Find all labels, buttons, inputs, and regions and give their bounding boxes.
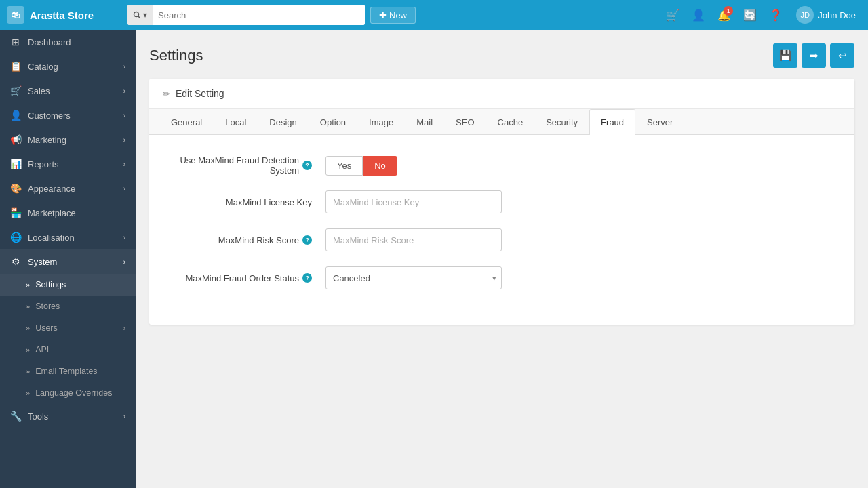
brand-name: Arastta Store bbox=[30, 9, 94, 21]
sidebar-label-reports: Reports bbox=[28, 159, 59, 169]
sidebar-sub-label-email-templates: Email Templates bbox=[35, 367, 97, 376]
customers-chevron: › bbox=[123, 112, 125, 119]
appearance-chevron: › bbox=[123, 185, 125, 192]
cart-icon-button[interactable]: 🛒 bbox=[662, 4, 684, 26]
license-key-input[interactable] bbox=[326, 190, 502, 214]
brand: 🛍 Arastta Store bbox=[7, 6, 122, 24]
tab-server[interactable]: Server bbox=[635, 109, 684, 135]
header-actions: 💾 ➡ ↩ bbox=[773, 43, 854, 68]
catalog-chevron: › bbox=[123, 63, 125, 70]
sidebar-sub-item-users[interactable]: » Users › bbox=[0, 317, 136, 339]
sidebar-sub-label-users: Users bbox=[35, 323, 58, 333]
tools-icon: 🔧 bbox=[10, 411, 21, 422]
search-area: ▾ bbox=[127, 5, 365, 25]
use-maxmind-control: Yes No bbox=[326, 156, 827, 176]
tab-fraud[interactable]: Fraud bbox=[589, 109, 635, 135]
sidebar-item-catalog[interactable]: 📋 Catalog › bbox=[0, 54, 136, 79]
sidebar-item-customers[interactable]: 👤 Customers › bbox=[0, 103, 136, 127]
sidebar-sub-item-stores[interactable]: » Stores bbox=[0, 296, 136, 317]
marketing-icon: 📢 bbox=[10, 134, 21, 145]
sidebar-sub-label-settings: Settings bbox=[35, 280, 66, 289]
card-header: ✏ Edit Setting bbox=[149, 79, 854, 109]
yes-no-toggle: Yes No bbox=[326, 156, 827, 176]
sidebar-sub-item-api[interactable]: » API bbox=[0, 339, 136, 361]
reports-chevron: › bbox=[123, 161, 125, 168]
svg-point-0 bbox=[134, 12, 139, 17]
system-icon: ⚙ bbox=[10, 256, 21, 267]
license-key-control bbox=[326, 190, 827, 214]
refresh-button[interactable]: 🔄 bbox=[739, 4, 761, 26]
risk-score-label: MaxMind Risk Score ? bbox=[176, 235, 312, 245]
tab-security[interactable]: Security bbox=[534, 109, 589, 135]
fraud-order-status-label: MaxMind Fraud Order Status ? bbox=[176, 273, 312, 283]
forward-button[interactable]: ➡ bbox=[802, 43, 826, 68]
localisation-chevron: › bbox=[123, 234, 125, 241]
tools-chevron: › bbox=[123, 413, 125, 420]
no-button[interactable]: No bbox=[363, 156, 397, 176]
sidebar-sub-item-language-overrides[interactable]: » Language Overrides bbox=[0, 382, 136, 404]
sidebar-item-appearance[interactable]: 🎨 Appearance › bbox=[0, 176, 136, 201]
sidebar-item-sales[interactable]: 🛒 Sales › bbox=[0, 79, 136, 103]
sidebar-label-dashboard: Dashboard bbox=[28, 37, 71, 47]
tab-seo[interactable]: SEO bbox=[444, 109, 486, 135]
sidebar-label-marketing: Marketing bbox=[28, 135, 66, 145]
tab-design[interactable]: Design bbox=[258, 109, 308, 135]
sidebar-label-appearance: Appearance bbox=[28, 184, 75, 194]
save-button[interactable]: 💾 bbox=[773, 43, 797, 68]
tab-local[interactable]: Local bbox=[214, 109, 258, 135]
sidebar-item-marketing[interactable]: 📢 Marketing › bbox=[0, 127, 136, 152]
tab-option[interactable]: Option bbox=[309, 109, 357, 135]
tab-bar: General Local Design Option Image Mail S… bbox=[149, 109, 854, 135]
risk-score-row: MaxMind Risk Score ? bbox=[176, 228, 827, 251]
tab-cache[interactable]: Cache bbox=[486, 109, 535, 135]
yes-button[interactable]: Yes bbox=[326, 156, 363, 176]
notification-badge: 1 bbox=[724, 6, 733, 16]
fraud-order-status-help-icon[interactable]: ? bbox=[302, 273, 312, 283]
license-key-row: MaxMind License Key bbox=[176, 190, 827, 214]
sidebar-sub-item-settings[interactable]: » Settings bbox=[0, 274, 136, 296]
sidebar-label-system: System bbox=[28, 257, 57, 267]
use-maxmind-label: Use MaxMind Fraud Detection System ? bbox=[176, 155, 312, 176]
tab-general[interactable]: General bbox=[159, 109, 214, 135]
back-button[interactable]: ↩ bbox=[830, 43, 854, 68]
system-chevron: › bbox=[123, 258, 125, 266]
sidebar-item-tools[interactable]: 🔧 Tools › bbox=[0, 404, 136, 428]
risk-score-input[interactable] bbox=[326, 228, 502, 251]
use-maxmind-help-icon[interactable]: ? bbox=[302, 161, 312, 170]
tab-image[interactable]: Image bbox=[357, 109, 405, 135]
sidebar-item-reports[interactable]: 📊 Reports › bbox=[0, 152, 136, 176]
sidebar-item-localisation[interactable]: 🌐 Localisation › bbox=[0, 225, 136, 249]
reports-icon: 📊 bbox=[10, 159, 21, 169]
catalog-icon: 📋 bbox=[10, 61, 21, 72]
username: John Doe bbox=[818, 10, 856, 20]
sidebar-item-dashboard[interactable]: ⊞ Dashboard bbox=[0, 30, 136, 54]
brand-icon: 🛍 bbox=[7, 6, 24, 24]
sidebar-label-customers: Customers bbox=[28, 110, 71, 121]
page-header: Settings 💾 ➡ ↩ bbox=[149, 43, 854, 68]
search-dropdown-arrow: ▾ bbox=[143, 10, 147, 20]
new-button[interactable]: ✚ New bbox=[370, 7, 416, 24]
svg-line-1 bbox=[138, 16, 141, 19]
marketing-chevron: › bbox=[123, 136, 125, 144]
sidebar-sub-item-email-templates[interactable]: » Email Templates bbox=[0, 361, 136, 382]
sidebar-item-system[interactable]: ⚙ System › bbox=[0, 249, 136, 274]
help-button[interactable]: ❓ bbox=[765, 4, 787, 26]
language-overrides-sub-icon: » bbox=[26, 389, 30, 397]
user-menu[interactable]: JD John Doe bbox=[791, 3, 861, 26]
new-label: New bbox=[389, 10, 407, 20]
dashboard-icon: ⊞ bbox=[10, 37, 21, 47]
fraud-form: Use MaxMind Fraud Detection System ? Yes… bbox=[149, 135, 854, 325]
notifications-button[interactable]: 🔔 1 bbox=[713, 4, 735, 26]
profile-icon-button[interactable]: 👤 bbox=[688, 4, 709, 26]
sidebar-label-tools: Tools bbox=[28, 411, 48, 422]
fraud-order-status-select[interactable]: Canceled Pending Processing Complete Den… bbox=[326, 266, 502, 289]
sidebar-item-marketplace[interactable]: 🏪 Marketplace bbox=[0, 201, 136, 225]
sales-chevron: › bbox=[123, 87, 125, 95]
customers-icon: 👤 bbox=[10, 110, 21, 121]
tab-mail[interactable]: Mail bbox=[405, 109, 444, 135]
search-toggle-button[interactable]: ▾ bbox=[127, 5, 153, 25]
fraud-order-status-select-wrapper: Canceled Pending Processing Complete Den… bbox=[326, 266, 502, 289]
search-input[interactable] bbox=[153, 5, 365, 25]
risk-score-help-icon[interactable]: ? bbox=[302, 235, 312, 245]
risk-score-control bbox=[326, 228, 827, 251]
